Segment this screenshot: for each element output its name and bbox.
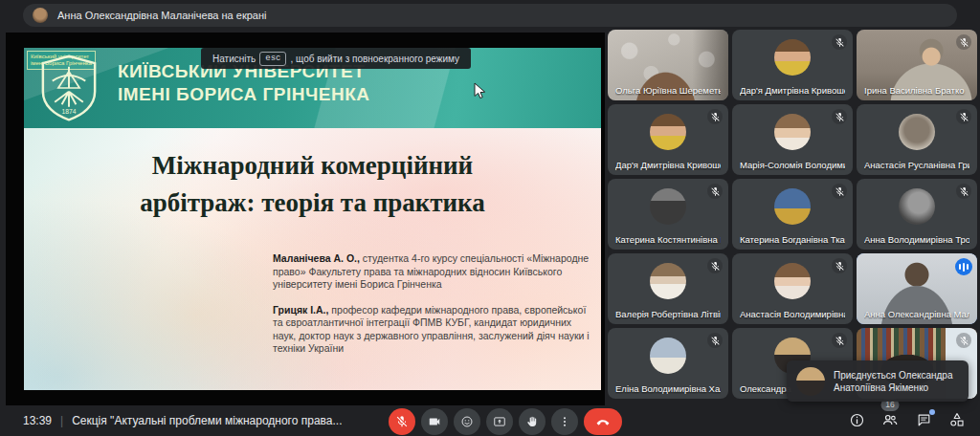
participant-tile[interactable]: Катерина Костянтинівна К… (608, 179, 728, 250)
divider: | (60, 414, 63, 427)
participant-tile[interactable]: Дар'я Дмитрівна Кривошей (732, 30, 853, 100)
participant-avatar (899, 188, 935, 225)
end-call-button[interactable] (584, 408, 622, 435)
mic-off-icon (956, 109, 971, 124)
joining-user-avatar (796, 367, 825, 396)
join-notification: Приєднується Олександра Анатоліївна Якім… (787, 360, 969, 402)
participant-tile[interactable]: Валерія Робертівна Літвін… (608, 253, 728, 324)
info-button[interactable] (847, 410, 866, 429)
university-crest-icon: 1874 (33, 53, 104, 123)
slide-speaker-info: Маланічева А. О., студентка 4-го курсу с… (273, 252, 590, 368)
mic-off-icon (832, 258, 847, 273)
bottom-bar: 13:39 | Секція "Актуальні проблеми міжна… (0, 405, 980, 436)
shared-screen: Київський університет імені Бориса Грінч… (6, 33, 605, 405)
svg-text:1874: 1874 (61, 108, 76, 115)
participant-name: Ольга Юріївна Шереметьс… (615, 85, 721, 96)
speaker1-paragraph: Маланічева А. О., студентка 4-го курсу с… (273, 252, 590, 292)
activities-button[interactable] (947, 410, 967, 429)
participant-tile[interactable]: Анна Олександрівна Мала… (857, 253, 977, 324)
participant-tile[interactable]: Ольга Юріївна Шереметьс… (608, 30, 728, 100)
participant-avatar (899, 114, 935, 150)
participant-name: Анастасія Русланівна Григ… (864, 160, 969, 170)
participant-avatar (774, 263, 811, 299)
participant-tile[interactable]: Еліна Володимирівна Хала… (608, 328, 728, 399)
participant-avatar (774, 114, 811, 150)
join-notification-line2: Анатоліївна Якіменко (834, 382, 952, 394)
participant-avatar (774, 188, 811, 225)
raise-hand-icon (525, 415, 539, 428)
emoji-icon (460, 415, 474, 428)
mic-off-icon (707, 184, 723, 199)
chat-button[interactable] (914, 410, 933, 429)
participant-avatar (650, 188, 686, 225)
slide-title-line1: Міжнародний комерційний (24, 147, 601, 185)
participant-name: Еліна Володимирівна Хала… (615, 383, 721, 394)
speaker2-name: Грицяк І.А., (273, 304, 328, 316)
participant-tile[interactable]: Анастасія Володимирівна … (732, 253, 853, 324)
participant-name: Ірина Василівна Братко (864, 85, 969, 96)
mic-off-icon (832, 109, 847, 124)
meeting-panels: 16 (847, 410, 967, 429)
present-button[interactable] (486, 408, 513, 435)
participant-name: Катерина Костянтинівна К… (615, 234, 721, 245)
participant-avatar (650, 263, 686, 299)
join-notification-line1: Приєднується Олександра (834, 369, 952, 382)
presentation-slide: Київський університет імені Бориса Грінч… (24, 48, 601, 390)
more-options-icon (558, 415, 571, 428)
participant-tile[interactable]: Катерина Богданівна Ткач… (732, 179, 853, 250)
participant-name: Валерія Робертівна Літвін… (615, 309, 721, 319)
speaker1-name: Маланічева А. О., (273, 252, 360, 264)
chat-notification-dot (929, 409, 935, 415)
presenter-avatar (33, 8, 48, 23)
participant-avatar (650, 114, 686, 150)
esc-key: esc (259, 52, 286, 66)
mic-off-icon (395, 415, 409, 428)
emoji-button[interactable] (454, 408, 480, 435)
fullscreen-exit-toast: Натисніть esc , щоб вийти з повноекранно… (201, 48, 471, 69)
mic-button[interactable] (389, 408, 415, 435)
participant-grid: Ольга Юріївна Шереметьс…Дар'я Дмитрівна … (608, 30, 977, 399)
activities-icon (948, 411, 966, 428)
participant-name: Катерина Богданівна Ткач… (740, 234, 845, 245)
slide-title-line2: арбітраж: теорія та практика (24, 185, 601, 222)
mic-off-icon (707, 258, 723, 273)
participant-tile[interactable]: Анастасія Русланівна Григ… (857, 104, 977, 175)
meeting-title: Секція "Актуальні проблеми міжнародного … (72, 414, 342, 427)
clock: 13:39 (23, 414, 52, 427)
info-icon (849, 412, 865, 428)
participant-tile[interactable]: Дар'я Дмитрівна Кривошей (608, 104, 728, 175)
meet-app: Анна Олександрівна Маланічева на екрані … (0, 0, 980, 436)
participant-tile[interactable]: Анна Володимирівна Троп… (857, 179, 977, 250)
mic-off-icon (832, 333, 847, 348)
end-call-icon (595, 414, 611, 429)
join-notification-text: Приєднується Олександра Анатоліївна Якім… (834, 369, 952, 394)
raise-hand-button[interactable] (519, 408, 546, 435)
participant-name: Дар'я Дмитрівна Кривошей (615, 160, 721, 170)
people-icon (881, 411, 899, 428)
present-screen-icon (493, 415, 506, 428)
participant-tile[interactable]: Марія-Соломія Володими… (732, 104, 853, 175)
mic-off-icon (707, 333, 723, 348)
participant-tile[interactable]: Ірина Василівна Братко (857, 30, 977, 100)
esc-toast-prefix: Натисніть (212, 54, 256, 64)
call-controls (389, 407, 622, 436)
university-name-line2: ІМЕНІ БОРИСА ГРІНЧЕНКА (118, 83, 370, 106)
people-button[interactable]: 16 (880, 410, 900, 429)
esc-toast-suffix: , щоб вийти з повноекранного режиму (290, 54, 459, 64)
camera-button[interactable] (421, 408, 448, 435)
participant-name: Дар'я Дмитрівна Кривошей (740, 85, 845, 96)
mic-off-icon (832, 34, 847, 50)
presenting-banner: Анна Олександрівна Маланічева на екрані (23, 4, 957, 27)
mic-off-icon (956, 34, 971, 50)
meeting-info: 13:39 | Секція "Актуальні проблеми міжна… (23, 405, 342, 436)
slide-title: Міжнародний комерційний арбітраж: теорія… (24, 147, 601, 222)
mic-off-icon (832, 184, 847, 199)
participant-name: Анастасія Володимирівна … (740, 309, 845, 319)
participant-name: Анна Володимирівна Троп… (864, 234, 969, 245)
mic-off-icon (956, 333, 971, 348)
participant-avatar (774, 39, 811, 76)
mouse-cursor-icon (473, 82, 486, 99)
speaker2-paragraph: Грицяк І.А., професор кафедри міжнародно… (273, 304, 590, 356)
more-options-button[interactable] (551, 408, 578, 435)
participant-avatar (650, 338, 686, 374)
